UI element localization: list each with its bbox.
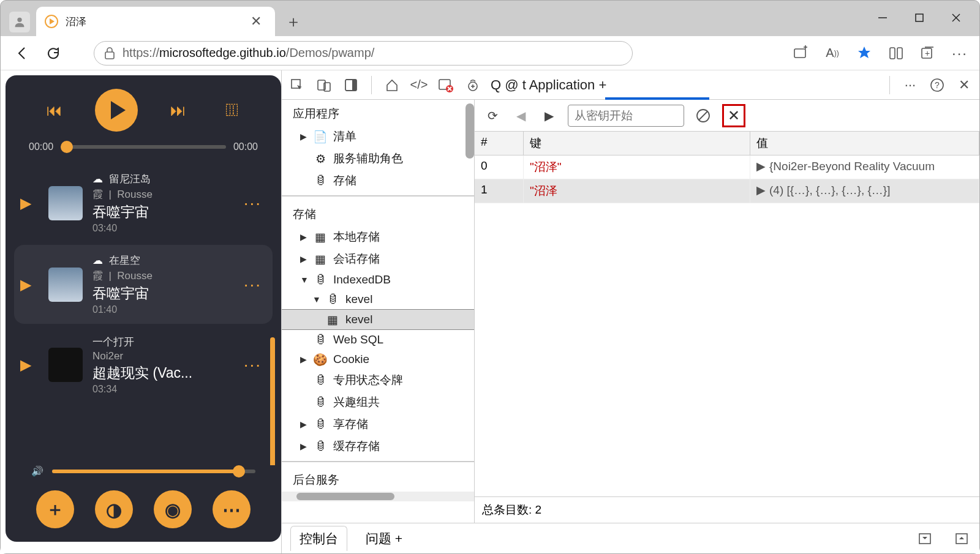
next-track-button[interactable]: ⏭ <box>165 97 192 124</box>
tree-section-storage: 存储 <box>282 200 474 226</box>
welcome-panel-icon[interactable] <box>383 76 401 94</box>
svg-line-30 <box>699 111 707 120</box>
tab-title: 沼泽 <box>66 15 86 29</box>
col-value-header[interactable]: 值 <box>750 132 979 155</box>
db-icon: 🛢 <box>314 373 327 387</box>
window-minimize-button[interactable] <box>864 6 901 30</box>
devtools-help-icon[interactable]: ? <box>928 76 946 94</box>
devtools-close-icon[interactable]: ✕ <box>955 76 973 94</box>
favorite-star-icon[interactable] <box>856 45 873 62</box>
tree-item-private-state[interactable]: 🛢专用状态令牌 <box>282 369 474 391</box>
drawer-tab-issues[interactable]: 问题 + <box>366 530 402 547</box>
delete-selected-button[interactable]: ✕ <box>722 104 745 127</box>
devtools-more-icon[interactable]: ··· <box>901 76 919 94</box>
browser-tab[interactable]: 沼泽 ✕ <box>36 7 275 36</box>
profile-avatar[interactable] <box>9 12 30 32</box>
tab-strip: 沼泽 ✕ ＋ <box>1 1 979 36</box>
playlist: ▶ ☁留尼汪岛 霞 | Rousse 吞噬宇宙 03:40 ··· ▶ <box>10 161 276 465</box>
visualizer-icon[interactable]: ⿲ <box>219 97 246 124</box>
song-play-icon[interactable]: ▶ <box>20 195 39 212</box>
tree-item-storage[interactable]: 🛢存储 <box>282 170 474 192</box>
album-art <box>48 348 83 382</box>
song-menu-icon[interactable]: ··· <box>244 193 262 213</box>
devtools-tab-label[interactable]: Q @ t Application + <box>491 77 606 93</box>
sources-panel-icon[interactable] <box>464 76 482 94</box>
volume-slider[interactable] <box>52 470 255 473</box>
back-button[interactable] <box>12 42 34 64</box>
dock-side-icon[interactable] <box>342 76 360 94</box>
song-menu-icon[interactable]: ··· <box>244 355 262 375</box>
volume-icon[interactable]: 🔊 <box>31 465 43 477</box>
song-play-icon[interactable]: ▶ <box>20 276 39 293</box>
devtools-tabbar: </> Q @ t Application + ··· ? ✕ <box>282 70 979 100</box>
prev-page-icon[interactable]: ◀ <box>511 107 530 125</box>
cell-key: "沼泽 <box>524 179 750 203</box>
more-button[interactable]: ⋯ <box>213 490 251 528</box>
tree-item-cookie[interactable]: ▶🍪Cookie <box>282 350 474 369</box>
tree-item-cache-storage[interactable]: ▶🛢缓存存储 <box>282 435 474 457</box>
table-header: # 键 值 <box>475 132 979 155</box>
song-title: 超越现实 (Vac... <box>92 364 234 383</box>
table-row[interactable]: 0 "沼泽" ▶{Noi2er-Beyond Reality Vacuum <box>475 155 979 179</box>
elements-panel-icon[interactable]: </> <box>410 76 428 94</box>
song-artist: Noi2er <box>92 350 123 362</box>
tree-scrollbar[interactable] <box>466 103 474 159</box>
song-duration: 03:40 <box>92 223 234 234</box>
prev-track-button[interactable]: ⏮ <box>41 97 68 124</box>
cell-value: ▶{Noi2er-Beyond Reality Vacuum <box>750 155 979 179</box>
col-index-header[interactable]: # <box>475 132 524 155</box>
tree-item-idb-database[interactable]: ▼🛢kevel <box>282 290 474 309</box>
url-box[interactable]: https://microsoftedge.github.io/Demos/pw… <box>94 41 633 66</box>
refresh-icon[interactable]: ⟳ <box>483 107 502 125</box>
read-aloud-icon[interactable]: A)) <box>824 45 841 62</box>
tree-item-service-workers[interactable]: ⚙服务辅助角色 <box>282 148 474 170</box>
tree-h-scrollbar[interactable] <box>282 492 474 501</box>
drawer-expand-icon[interactable] <box>916 530 934 548</box>
more-menu-icon[interactable]: ··· <box>951 45 968 62</box>
next-page-icon[interactable]: ▶ <box>540 107 558 125</box>
table-row[interactable]: 1 "沼泽 ▶(4) [{…}, {…}, {…}, {…}] <box>475 179 979 203</box>
inspect-icon[interactable] <box>288 76 306 94</box>
svg-rect-10 <box>897 48 902 59</box>
tree-item-manifest[interactable]: ▶📄清单 <box>282 125 474 148</box>
add-button[interactable]: ＋ <box>36 490 74 528</box>
split-screen-icon[interactable] <box>888 45 905 62</box>
tree-item-websql[interactable]: 🛢Web SQL <box>282 330 474 350</box>
expand-icon[interactable]: ▶ <box>756 160 766 173</box>
browser-window: 沼泽 ✕ ＋ https://microsoftedge.github.io/D… <box>0 0 980 554</box>
tree-section-bg: 后台服务 <box>282 466 474 492</box>
song-play-icon[interactable]: ▶ <box>20 356 39 373</box>
tree-item-shared-storage[interactable]: ▶🛢享存储 <box>282 413 474 435</box>
cell-key: "沼泽" <box>524 155 750 179</box>
tree-section-app: 应用程序 <box>282 100 474 125</box>
song-duration: 03:34 <box>92 384 234 395</box>
drawer-tab-console[interactable]: 控制台 <box>290 526 347 551</box>
tree-item-local-storage[interactable]: ▶▦本地存储 <box>282 226 474 248</box>
drawer-collapse-icon[interactable] <box>952 530 971 548</box>
device-toggle-icon[interactable] <box>315 76 333 94</box>
clear-object-store-icon[interactable] <box>694 107 712 125</box>
tree-item-interest-group[interactable]: 🛢兴趣组共 <box>282 391 474 413</box>
key-filter-input[interactable] <box>568 105 684 127</box>
tree-item-session-storage[interactable]: ▶▦会话存储 <box>282 248 474 270</box>
expand-icon[interactable]: ▶ <box>756 184 766 197</box>
col-key-header[interactable]: 键 <box>524 132 750 155</box>
play-button[interactable] <box>95 89 138 132</box>
refresh-button[interactable] <box>42 42 64 64</box>
app-install-icon[interactable] <box>792 45 809 62</box>
collections-icon[interactable]: + <box>919 45 937 62</box>
record-button[interactable]: ◉ <box>154 490 192 528</box>
tab-close-button[interactable]: ✕ <box>246 11 266 32</box>
song-item[interactable]: ▶ ☁留尼汪岛 霞 | Rousse 吞噬宇宙 03:40 ··· <box>14 163 273 242</box>
console-errors-icon[interactable] <box>437 76 455 94</box>
theme-button[interactable]: ◑ <box>95 490 133 528</box>
new-tab-button[interactable]: ＋ <box>281 9 306 34</box>
tree-item-indexeddb[interactable]: ▼🛢IndexedDB <box>282 270 474 290</box>
window-maximize-button[interactable] <box>901 6 938 30</box>
song-menu-icon[interactable]: ··· <box>244 275 262 294</box>
song-item[interactable]: ▶ ☁在星空 霞 | Rousse 吞噬宇宙 01:40 ··· <box>14 245 273 324</box>
tree-item-idb-store[interactable]: ▦kevel <box>282 309 474 330</box>
window-close-button[interactable] <box>938 6 974 30</box>
song-item[interactable]: ▶ 一个打开 Noi2er 超越现实 (Vac... 03:34 ··· <box>14 326 273 403</box>
progress-slider[interactable] <box>61 145 226 149</box>
